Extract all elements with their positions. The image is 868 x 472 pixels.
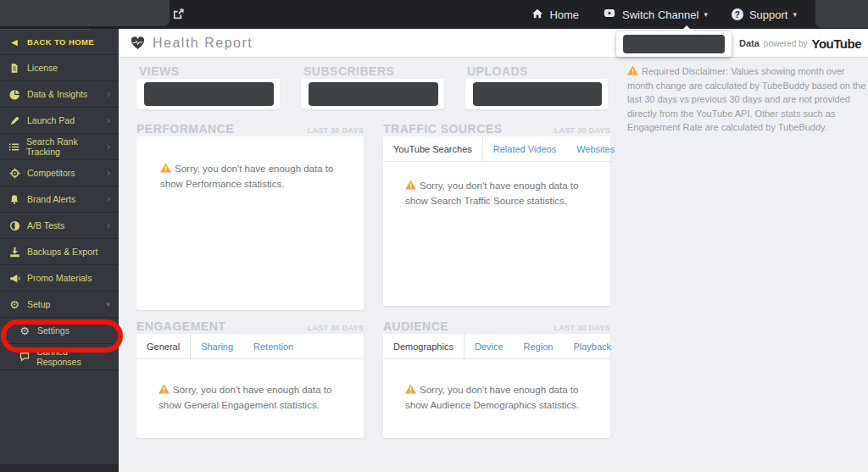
switch-channel-menu-item[interactable]: Switch Channel ▾ (603, 8, 708, 21)
uploads-stat-card (465, 79, 608, 109)
subscribers-label: SUBSCRIBERS (303, 64, 394, 78)
sidebar-item-canned-responses[interactable]: Canned Responses (0, 344, 119, 370)
home-icon (531, 8, 543, 22)
sidebar-item-launch-pad[interactable]: Launch Pad › (0, 108, 119, 134)
warning-icon (405, 180, 416, 190)
heart-pulse-icon (131, 36, 145, 50)
chevron-down-icon: ▾ (106, 300, 110, 308)
engagement-tabbar: General Sharing Retention (136, 334, 364, 359)
tab-sharing[interactable]: Sharing (191, 334, 243, 358)
tab-youtube-searches[interactable]: YouTube Searches (383, 136, 483, 161)
sidebar-item-backups-export[interactable]: Backups & Export (0, 239, 119, 265)
views-stat-card (136, 79, 280, 109)
sidebar-item-settings[interactable]: ⚙ Settings (0, 318, 119, 344)
pie-chart-icon (8, 89, 20, 100)
question-circle-icon: ? (732, 8, 743, 20)
traffic-sources-title: TRAFFIC SOURCES (383, 122, 503, 136)
top-navigation: Home Switch Channel ▾ ? Support ▾ (531, 0, 797, 29)
support-label: Support (749, 8, 788, 21)
powered-by-label: powered by (764, 39, 808, 48)
top-bar: Home Switch Channel ▾ ? Support ▾ (0, 0, 868, 29)
audience-card: Demographics Device Region Playback Sorr… (383, 334, 610, 438)
chevron-down-icon: ▾ (793, 10, 797, 19)
support-menu-item[interactable]: ? Support ▾ (732, 8, 797, 21)
sidebar-item-label: Brand Alerts (27, 194, 75, 204)
sidebar-item-setup[interactable]: ⚙ Setup ▾ (0, 292, 119, 318)
tab-retention[interactable]: Retention (243, 334, 303, 358)
redacted-views-value (144, 82, 274, 106)
home-menu-item[interactable]: Home (531, 8, 579, 22)
tab-playback[interactable]: Playback (563, 334, 621, 358)
sidebar-item-label: Settings (37, 325, 70, 336)
sidebar-item-ab-tests[interactable]: A/B Tests › (0, 213, 119, 239)
speech-bubble-icon (19, 352, 30, 362)
tab-related-videos[interactable]: Related Videos (483, 136, 566, 161)
page-title: Health Report (153, 29, 253, 57)
traffic-sources-period: LAST 30 DAYS (554, 126, 610, 135)
chevron-right-icon: › (107, 89, 110, 99)
redacted-subscribers-value (309, 82, 438, 106)
engagement-empty-message: Sorry, you don't have enough data to sho… (136, 359, 364, 414)
sidebar-item-promo-materials[interactable]: Promo Materials (0, 265, 119, 292)
traffic-sources-tabbar: YouTube Searches Related Videos Websites (383, 136, 610, 162)
dropdown-caret (681, 25, 693, 31)
sidebar: ◀ BACK TO HOME License Data & Insights ›… (0, 29, 119, 472)
traffic-sources-empty-message: Sorry, you don't have enough data to sho… (383, 162, 610, 209)
uploads-label: UPLOADS (467, 64, 528, 78)
license-icon (8, 63, 20, 74)
engagement-section: ENGAGEMENT LAST 30 DAYS General Sharing … (136, 319, 364, 438)
warning-icon (627, 65, 638, 75)
traffic-sources-section: TRAFFIC SOURCES LAST 30 DAYS YouTube Sea… (383, 122, 610, 306)
download-icon (8, 247, 20, 258)
redacted-account-box (815, 0, 868, 28)
sidebar-item-license[interactable]: License (0, 55, 119, 81)
rocket-icon (8, 115, 20, 126)
sidebar-item-label: Promo Materials (27, 273, 92, 283)
engagement-card: General Sharing Retention Sorry, you don… (136, 334, 364, 438)
tab-demographics[interactable]: Demographics (383, 334, 465, 358)
tab-region[interactable]: Region (514, 334, 564, 358)
traffic-sources-card: YouTube Searches Related Videos Websites… (383, 136, 610, 306)
external-link-icon[interactable] (172, 8, 185, 20)
sidebar-item-back-to-home[interactable]: ◀ BACK TO HOME (0, 29, 119, 55)
chevron-right-icon: › (107, 168, 110, 178)
target-icon (8, 168, 20, 179)
warning-icon (405, 384, 416, 394)
gear-icon: ⚙ (19, 325, 31, 336)
tab-device[interactable]: Device (465, 334, 514, 358)
bell-icon (8, 194, 20, 205)
sidebar-item-brand-alerts[interactable]: Brand Alerts › (0, 186, 119, 213)
sidebar-item-competitors[interactable]: Competitors › (0, 160, 119, 186)
sidebar-item-data-insights[interactable]: Data & Insights › (0, 81, 119, 108)
list-icon (8, 142, 19, 153)
tab-websites[interactable]: Websites (566, 136, 625, 161)
performance-section: PERFORMANCE LAST 30 DAYS Sorry, you don'… (136, 122, 364, 310)
audience-empty-message: Sorry, you don't have enough data to sho… (383, 359, 610, 414)
sidebar-item-label: License (27, 63, 58, 73)
performance-empty-message: Sorry, you don't have enough data to sho… (160, 162, 340, 192)
disclaimer-text: Required Disclaimer: Values showing mont… (627, 66, 865, 132)
sidebar-footer-strip (0, 464, 119, 472)
megaphone-icon (8, 273, 20, 284)
switch-channel-dropdown[interactable] (616, 31, 732, 57)
chevron-right-icon: › (107, 115, 110, 125)
performance-title: PERFORMANCE (136, 122, 234, 136)
sidebar-item-label: Search Rank Tracking (26, 136, 107, 157)
tab-general[interactable]: General (136, 334, 191, 358)
subscribers-stat-card (301, 79, 444, 109)
data-word: Data (739, 38, 760, 48)
home-label: Home (549, 8, 579, 21)
engagement-title: ENGAGEMENT (136, 319, 225, 333)
chevron-down-icon: ▾ (704, 10, 708, 19)
youtube-icon (603, 8, 616, 21)
audience-title: AUDIENCE (383, 319, 448, 333)
back-arrow-icon: ◀ (8, 37, 20, 47)
sidebar-item-label: Backups & Export (27, 247, 97, 257)
page-header: Health Report Data powered by YouTube (119, 29, 868, 58)
chevron-right-icon: › (107, 142, 110, 152)
sidebar-item-label: Setup (27, 299, 50, 309)
switch-channel-label: Switch Channel (622, 8, 698, 21)
sidebar-item-search-rank-tracking[interactable]: Search Rank Tracking › (0, 134, 119, 160)
redacted-channel-name[interactable] (623, 35, 725, 53)
performance-card: Sorry, you don't have enough data to sho… (136, 136, 364, 310)
